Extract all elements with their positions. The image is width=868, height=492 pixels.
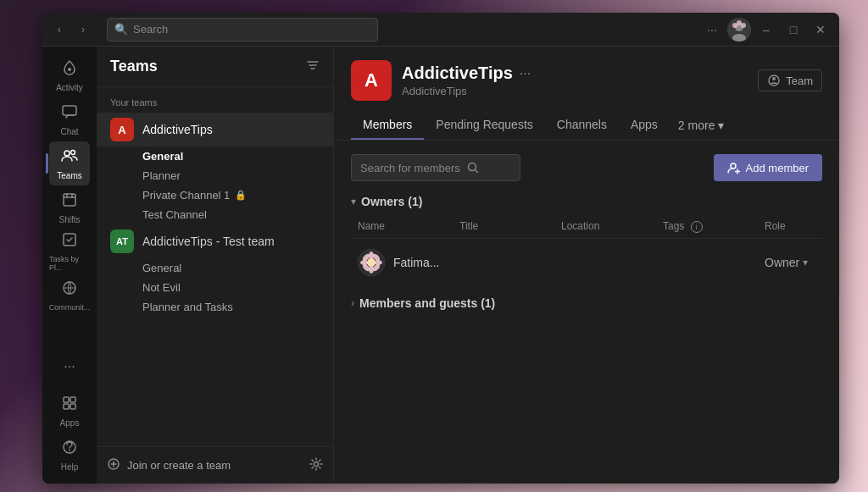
shifts-label: Shifts bbox=[58, 215, 80, 224]
sidebar-item-chat[interactable]: Chat bbox=[49, 97, 90, 141]
teams-label: Teams bbox=[57, 171, 81, 180]
members-guests-section: › Members and guests (1) bbox=[351, 293, 822, 313]
channel-name-planner-tasks: Planner and Tasks bbox=[142, 301, 233, 313]
svg-point-3 bbox=[737, 20, 742, 25]
channel-notevil[interactable]: Not Evil bbox=[97, 278, 333, 297]
chevron-down-icon: ▾ bbox=[718, 119, 724, 132]
table-row[interactable]: Fatima... Owner ▾ bbox=[351, 242, 822, 283]
channel-name-test: Test Channel bbox=[142, 208, 207, 221]
tab-more[interactable]: 2 more ▾ bbox=[670, 112, 733, 139]
member-name-cell: Fatima... bbox=[358, 249, 459, 276]
team-item-additivetips-test[interactable]: AT AddictiveTips - Test team ··· bbox=[97, 224, 333, 258]
table-header: Name Title Location Tags i Role bbox=[351, 215, 822, 239]
channel-planner-tasks[interactable]: Planner and Tasks bbox=[97, 297, 333, 317]
svg-point-19 bbox=[314, 462, 319, 466]
member-name-fatima: Fatima... bbox=[393, 256, 439, 269]
sidebar-item-tasks[interactable]: Tasks by Pl... bbox=[49, 229, 90, 274]
tab-pending[interactable]: Pending Requests bbox=[424, 111, 544, 140]
channel-private1[interactable]: Private Channel 1 🔒 bbox=[97, 185, 333, 205]
more-options-button[interactable]: ··· bbox=[700, 18, 724, 41]
team-name-row: AddictiveTips ··· bbox=[402, 64, 758, 83]
apps-label: Apps bbox=[60, 418, 80, 428]
members-search[interactable]: Search for members bbox=[351, 154, 520, 181]
svg-rect-15 bbox=[64, 404, 69, 409]
tags-info-icon[interactable]: i bbox=[691, 221, 703, 233]
join-create-label[interactable]: Join or create a team bbox=[127, 459, 303, 472]
sidebar: Teams Your teams A AddictiveTips ··· bbox=[97, 47, 334, 484]
filter-icon[interactable] bbox=[306, 58, 320, 75]
help-label: Help bbox=[61, 462, 79, 472]
chat-icon bbox=[61, 103, 78, 124]
chat-label: Chat bbox=[60, 127, 78, 136]
maximize-button[interactable]: □ bbox=[782, 18, 805, 41]
close-button[interactable]: ✕ bbox=[809, 18, 832, 41]
owners-toggle-icon: ▾ bbox=[351, 196, 356, 207]
channel-general2[interactable]: General bbox=[97, 258, 333, 278]
svg-point-21 bbox=[772, 77, 776, 80]
members-guests-title: Members and guests (1) bbox=[359, 296, 495, 310]
sidebar-item-activity[interactable]: Activity bbox=[49, 53, 90, 97]
help-icon bbox=[61, 439, 78, 460]
activity-icon bbox=[61, 59, 78, 80]
minimize-button[interactable]: – bbox=[754, 18, 778, 41]
svg-rect-7 bbox=[63, 106, 76, 115]
members-table: Name Title Location Tags i Role bbox=[351, 215, 822, 283]
role-dropdown-icon[interactable]: ▾ bbox=[803, 257, 808, 268]
tab-apps[interactable]: Apps bbox=[619, 111, 670, 140]
team-header: A AddictiveTips ··· AddictiveTips bbox=[334, 47, 839, 141]
main-area: Activity Chat bbox=[42, 47, 839, 484]
team-item-additivetips[interactable]: A AddictiveTips ··· bbox=[97, 113, 333, 146]
your-teams-label: Your teams bbox=[97, 94, 333, 111]
channel-name-notevil: Not Evil bbox=[142, 281, 181, 294]
search-icon: 🔍 bbox=[114, 23, 128, 36]
sidebar-item-more[interactable]: ··· bbox=[49, 345, 90, 389]
tab-members[interactable]: Members bbox=[351, 111, 424, 140]
search-bar[interactable]: 🔍 Search bbox=[107, 18, 378, 41]
owners-section-header[interactable]: ▾ Owners (1) bbox=[351, 195, 822, 208]
svg-rect-10 bbox=[64, 194, 75, 206]
channel-test[interactable]: Test Channel bbox=[97, 205, 333, 224]
sidebar-title: Teams bbox=[110, 58, 158, 75]
team-header-info: AddictiveTips ··· AddictiveTips bbox=[402, 64, 758, 97]
icon-rail: Activity Chat bbox=[42, 47, 97, 484]
add-member-button[interactable]: Add member bbox=[714, 154, 822, 181]
member-avatar-fatima bbox=[358, 249, 385, 276]
channel-planner[interactable]: Planner bbox=[97, 166, 333, 185]
tasks-label: Tasks by Pl... bbox=[49, 255, 90, 272]
team-badge[interactable]: Team bbox=[758, 69, 822, 91]
member-role: Owner bbox=[765, 256, 799, 269]
sidebar-footer: Join or create a team bbox=[97, 446, 333, 484]
team-options-icon[interactable]: ··· bbox=[520, 66, 531, 81]
tab-channels[interactable]: Channels bbox=[545, 111, 619, 140]
sidebar-item-shifts[interactable]: Shifts bbox=[49, 185, 90, 229]
channel-name-private1: Private Channel 1 bbox=[142, 189, 230, 202]
team-name-additivetips: AddictiveTips bbox=[142, 123, 309, 136]
settings-icon[interactable] bbox=[309, 457, 323, 474]
sidebar-header: Teams bbox=[97, 47, 333, 87]
col-title: Title bbox=[459, 220, 561, 233]
sidebar-item-communities[interactable]: Communit... bbox=[49, 274, 90, 318]
sidebar-item-help[interactable]: Help bbox=[49, 433, 90, 477]
tasks-icon bbox=[61, 231, 78, 252]
lock-icon: 🔒 bbox=[235, 190, 247, 201]
join-icon bbox=[107, 457, 120, 474]
channel-name-general: General bbox=[142, 150, 183, 163]
user-avatar[interactable] bbox=[727, 18, 751, 41]
members-search-placeholder: Search for members bbox=[360, 162, 460, 174]
members-toggle-icon: › bbox=[351, 297, 354, 309]
sidebar-item-teams[interactable]: Teams bbox=[49, 141, 90, 185]
communities-icon bbox=[61, 279, 78, 301]
back-button[interactable]: ‹ bbox=[49, 19, 70, 40]
app-window: ‹ › 🔍 Search ··· – □ ✕ bbox=[42, 13, 839, 484]
title-bar: ‹ › 🔍 Search ··· – □ ✕ bbox=[42, 13, 839, 47]
search-placeholder: Search bbox=[133, 23, 168, 36]
channel-list-additivetips: General Planner Private Channel 1 🔒 Test… bbox=[97, 146, 333, 224]
forward-button[interactable]: › bbox=[73, 19, 93, 40]
tab-more-label: 2 more bbox=[678, 119, 715, 132]
more-icon: ··· bbox=[64, 359, 75, 374]
team-avatar-additivetips: A bbox=[110, 118, 134, 141]
svg-rect-13 bbox=[64, 397, 69, 402]
sidebar-item-apps[interactable]: Apps bbox=[49, 389, 90, 433]
channel-general[interactable]: General bbox=[97, 146, 333, 166]
members-guests-header[interactable]: › Members and guests (1) bbox=[351, 293, 822, 313]
